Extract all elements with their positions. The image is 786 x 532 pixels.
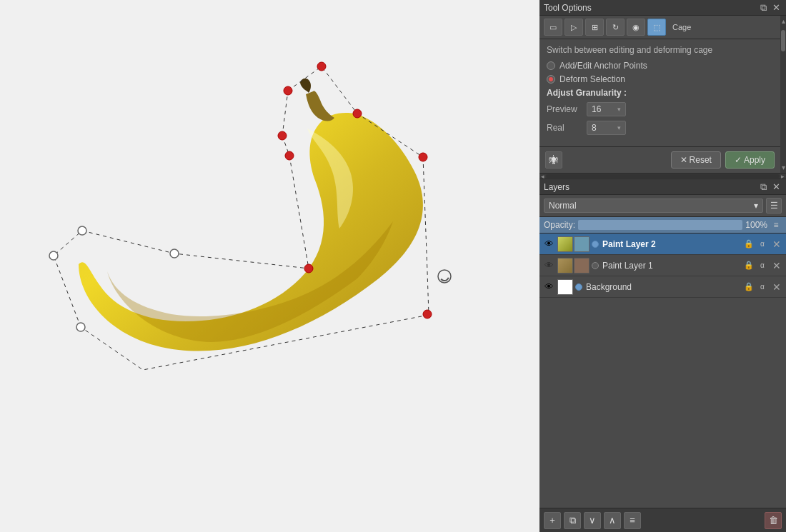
layers-header-bar: Layers ⧉ ✕ [539,179,786,195]
tool-options-close-icon[interactable]: ✕ [771,3,782,12]
deform-label: Deform Selection [559,74,625,84]
opacity-row: Opacity: 100% ≡ [539,217,786,234]
layer-settings-btn[interactable]: ≡ [624,512,641,529]
blend-mode-arrow: ▾ [754,201,758,211]
hscroll-track [546,174,780,178]
vscroll-up-arrow[interactable]: ▴ [782,16,785,26]
vscroll-thumb [781,30,785,51]
layer-row-paint1[interactable]: 👁 Paint Layer 1 🔒 α ✕ [539,255,786,276]
layer-menu-paint1[interactable]: ✕ [770,259,783,272]
cage-spider-btn[interactable]: 🕷 [545,151,562,169]
blend-mode-value: Normal [549,201,577,211]
tool-options-panel: Tool Options ⧉ ✕ ▭ ▷ ⊞ ↻ ◉ ⬚ Cage [539,0,786,179]
preview-value: 16 [592,104,601,114]
layer-alpha-bg[interactable]: α [757,281,768,293]
blend-mode-dropdown[interactable]: Normal ▾ [544,199,763,213]
real-row: Real 8 ▾ [547,121,773,135]
layers-filter-btn[interactable]: ☰ [766,198,782,214]
layer-thumb2-paint1 [574,258,590,273]
tool-options-inner: ▭ ▷ ⊞ ↻ ◉ ⬚ Cage Switch between editing … [539,16,786,173]
tool-options-main: ▭ ▷ ⊞ ↻ ◉ ⬚ Cage Switch between editing … [539,16,780,173]
real-spinbox[interactable]: 8 ▾ [587,121,626,135]
tool-rotate-btn[interactable]: ↻ [606,19,625,36]
layer-row-bg[interactable]: 👁 Background 🔒 α ✕ [539,276,786,298]
layer-name-paint2: Paint Layer 2 [601,239,741,249]
cage-description: Switch between editing and deforming cag… [547,45,773,55]
layer-menu-bg[interactable]: ✕ [770,281,783,293]
opacity-menu-btn[interactable]: ≡ [770,219,782,231]
real-value: 8 [592,123,597,133]
tool-options-title: Tool Options [544,3,592,13]
layer-visibility-bg[interactable]: 👁 [542,281,555,293]
move-layer-down-btn[interactable]: ∨ [584,512,601,529]
add-layer-btn[interactable]: + [544,512,561,529]
opacity-label: Opacity: [544,220,575,230]
reset-button[interactable]: ✕ Reset [671,151,721,169]
move-layer-up-btn[interactable]: ∧ [604,512,621,529]
add-edit-radio-row[interactable]: Add/Edit Anchor Points [547,61,773,71]
layers-controls: Normal ▾ ☰ [539,195,786,217]
opacity-value: 100% [745,220,767,230]
layer-thumbs-paint1 [557,258,590,273]
deform-radio-row[interactable]: Deform Selection [547,74,773,84]
preview-spinbox[interactable]: 16 ▾ [587,102,626,116]
layer-lock-bg[interactable]: 🔒 [743,281,755,293]
preview-arrow: ▾ [617,106,621,113]
reset-x-icon: ✕ [680,155,687,165]
layers-panel: Layers ⧉ ✕ Normal ▾ ☰ Opacity: 100% ≡ 👁 [539,179,786,532]
tool-options-float-icon[interactable]: ⧉ [759,3,768,12]
layer-thumbs-bg [557,279,573,295]
layer-thumb-paint1 [557,258,573,273]
layer-sync-paint1 [592,262,599,269]
copy-layer-btn[interactable]: ⧉ [564,512,581,529]
tool-path-btn[interactable]: ▷ [564,19,583,36]
layer-menu-paint2[interactable]: ✕ [770,238,783,251]
layer-visibility-paint1[interactable]: 👁 [542,259,555,272]
hscroll-left-arrow[interactable]: ◂ [541,173,544,180]
layer-name-bg: Background [584,282,741,292]
tool-rect-btn[interactable]: ▭ [544,19,562,36]
deform-radio[interactable] [547,75,555,84]
layer-sync-paint2 [592,241,599,248]
tool-fill-btn[interactable]: ◉ [627,19,645,36]
opacity-slider[interactable] [578,220,742,230]
tool-toolbar: ▭ ▷ ⊞ ↻ ◉ ⬚ Cage [539,16,780,39]
options-content: Switch between editing and deforming cag… [539,39,780,146]
delete-layer-btn[interactable]: 🗑 [765,512,782,529]
layer-lock-paint2[interactable]: 🔒 [743,239,755,250]
right-panel: Tool Options ⧉ ✕ ▭ ▷ ⊞ ↻ ◉ ⬚ Cage [539,0,786,532]
layer-visibility-paint2[interactable]: 👁 [542,238,555,251]
add-edit-radio[interactable] [547,61,555,70]
tool-select-btn[interactable]: ⬚ [647,19,666,36]
layer-row-paint2[interactable]: 👁 Paint Layer 2 🔒 α ✕ [539,234,786,255]
layers-float-icon[interactable]: ⧉ [759,182,768,191]
layers-close-icon[interactable]: ✕ [771,182,782,191]
vscroll-track [781,26,785,162]
granularity-section: Adjust Granularity : Preview 16 ▾ Real [547,88,773,135]
tool-options-vscroll[interactable]: ▴ ▾ [780,16,786,173]
tool-options-hscroll: ◂ ▸ [539,173,786,179]
layer-alpha-paint2[interactable]: α [757,239,768,250]
preview-row: Preview 16 ▾ [547,102,773,116]
tool-options-header: Tool Options ⧉ ✕ [539,0,786,16]
preview-label: Preview [547,104,582,114]
tool-transform-btn[interactable]: ⊞ [585,19,604,36]
layer-thumbs-paint2 [557,236,590,252]
layer-alpha-paint1[interactable]: α [757,260,768,271]
layers-title: Layers [544,182,759,192]
apply-check-icon: ✓ [735,155,742,165]
tool-label: Cage [672,23,691,31]
layer-thumb-bg [557,279,573,295]
layer-lock-paint1[interactable]: 🔒 [743,260,755,271]
layers-list: 👁 Paint Layer 2 🔒 α ✕ 👁 Paint [539,234,786,508]
layer-thumb-paint2 [557,236,573,252]
layer-name-paint1: Paint Layer 1 [601,261,741,271]
vscroll-down-arrow[interactable]: ▾ [782,162,785,173]
add-edit-label: Add/Edit Anchor Points [559,61,647,71]
apply-button[interactable]: ✓ Apply [725,151,775,169]
options-actions: 🕷 ✕ Reset ✓ Apply [539,146,780,173]
tool-options-header-icons: ⧉ ✕ [759,3,782,12]
layer-sync-bg [575,283,582,291]
canvas-area[interactable] [0,0,539,532]
hscroll-right-arrow[interactable]: ▸ [781,173,785,180]
